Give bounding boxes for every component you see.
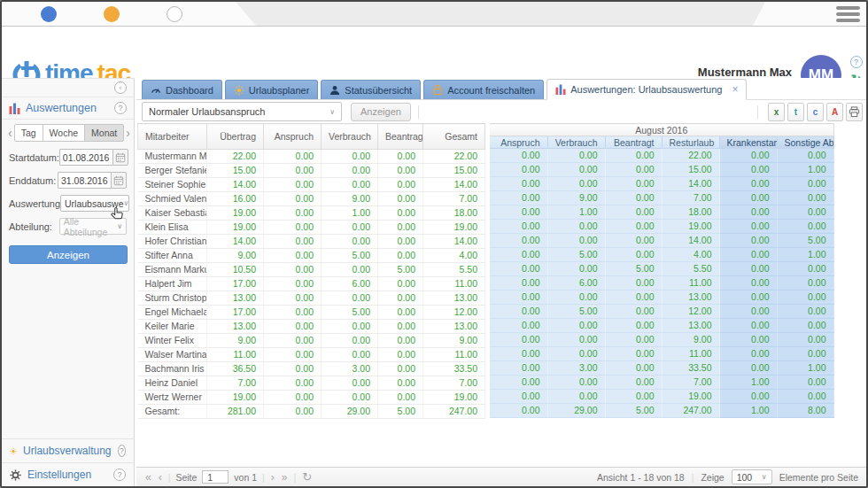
table-row[interactable]: Mustermann Max22.000.000.000.0022.00 — [138, 150, 485, 164]
value-cell: 13.00 — [662, 290, 719, 305]
value-cell: 0.00 — [264, 192, 322, 206]
help-icon[interactable]: ? — [113, 469, 126, 481]
window-dot-blue[interactable] — [41, 6, 57, 22]
export-xls-icon[interactable]: x — [768, 103, 785, 121]
report-type-select[interactable]: Urlaubsauswe ∨ — [60, 195, 129, 212]
column-header[interactable]: Übertrag — [207, 124, 264, 150]
table-row[interactable]: Eismann Markus10.500.000.005.005.50 — [138, 263, 485, 277]
table-row[interactable]: Kaiser Sebastian19.000.001.000.0018.00 — [138, 206, 485, 221]
table-row[interactable]: Wertz Werner19.000.000.000.0019.00 — [138, 391, 485, 405]
table-row[interactable]: 0.000.000.007.001.000.00 — [490, 376, 833, 390]
table-row[interactable]: 0.009.000.007.000.000.00 — [490, 191, 833, 205]
table-row[interactable]: 0.000.000.0014.000.005.00 — [490, 234, 833, 248]
sidebar-item-einstellungen[interactable]: Einstellungen ? — [2, 462, 134, 486]
column-header[interactable]: Mitarbeiter — [138, 124, 207, 150]
export-pdf-icon[interactable]: A — [826, 103, 843, 121]
tab-auswertungen-active[interactable]: Auswertungen: Urlaubsauswertung × — [546, 79, 747, 100]
table-row[interactable]: Hofer Christian14.000.000.000.0014.00 — [138, 235, 485, 249]
help-icon[interactable]: ? — [118, 445, 127, 457]
tab-urlaubsplaner[interactable]: Urlaubsplaner — [225, 80, 318, 99]
window-dot-orange[interactable] — [104, 6, 120, 22]
next-period-button[interactable]: › — [124, 127, 132, 139]
table-row[interactable]: Steiner Sophie14.000.000.000.0014.00 — [138, 178, 485, 192]
table-row[interactable]: Heinz Daniel7.000.000.000.007.00 — [138, 376, 485, 391]
table-row[interactable]: Halpert Jim17.000.006.000.0011.00 — [138, 277, 485, 291]
previous-page-button[interactable]: ‹ — [158, 471, 163, 484]
column-header[interactable]: Sonstige Abw... — [777, 136, 833, 149]
sidebar-item-urlaubsverwaltung[interactable]: Urlaubsverwaltung ? — [2, 438, 134, 462]
table-row[interactable]: 0.003.000.0033.500.001.00 — [490, 361, 833, 376]
value-cell: 0.00 — [719, 205, 777, 220]
table-row[interactable]: 0.000.000.0015.000.001.00 — [490, 163, 833, 177]
column-header[interactable]: Beantragt — [378, 124, 423, 150]
table-row[interactable]: 0.000.000.0019.000.000.00 — [490, 220, 833, 234]
tab-dashboard[interactable]: Dashboard — [142, 80, 222, 99]
column-header[interactable]: Krankenstand — [719, 136, 777, 149]
value-cell: 14.00 — [662, 177, 719, 191]
table-row[interactable]: 0.000.000.009.000.000.00 — [490, 333, 833, 347]
table-row[interactable]: Sturm Christoph...13.000.000.000.0013.00 — [138, 291, 485, 306]
value-cell: 0.00 — [264, 164, 322, 178]
previous-period-button[interactable]: ‹ — [6, 127, 14, 139]
table-row[interactable]: 0.005.000.004.000.001.00 — [490, 248, 833, 262]
table-row[interactable]: 0.000.000.0013.000.000.00 — [490, 319, 833, 333]
table-row[interactable]: Klein Elisa19.000.000.000.0019.00 — [138, 221, 485, 235]
startdate-calendar-icon[interactable] — [112, 149, 128, 166]
print-icon[interactable] — [846, 103, 863, 121]
column-header[interactable]: Resturlaub — [662, 136, 719, 149]
table-row[interactable]: 0.000.000.0011.000.000.00 — [490, 347, 833, 361]
enddate-calendar-icon[interactable] — [111, 172, 127, 189]
sidebar-anzeigen-button[interactable]: Anzeigen — [9, 245, 128, 264]
table-row[interactable]: Engel Michaela17.000.005.000.0012.00 — [138, 306, 485, 320]
window-dot-white[interactable] — [167, 6, 182, 22]
table-row[interactable]: Gesamt:281.000.0029.005.00247.00 — [138, 405, 485, 419]
last-page-button[interactable]: » — [281, 471, 289, 484]
column-header[interactable]: Verbrauch — [547, 136, 605, 149]
panel-help-icon[interactable]: ? — [114, 102, 127, 114]
department-select[interactable]: Alle Abteilunge ∨ — [59, 218, 127, 235]
table-row[interactable]: 0.005.000.0012.000.000.00 — [490, 305, 833, 319]
table-row[interactable]: Keiler Marie13.000.000.000.0013.00 — [138, 320, 485, 334]
enddate-input[interactable] — [58, 172, 111, 189]
startdate-input[interactable] — [59, 149, 112, 166]
table-row[interactable]: Walser Martina11.000.000.000.0011.00 — [138, 348, 485, 362]
table-row[interactable]: 0.000.000.0013.000.000.00 — [490, 290, 833, 305]
refresh-grid-icon[interactable]: ↻ — [301, 470, 313, 484]
tab-account-freischalten[interactable]: Account freischalten — [423, 80, 544, 99]
table-row[interactable]: 0.000.000.0022.000.000.00 — [490, 149, 833, 163]
hamburger-menu-icon[interactable] — [836, 6, 860, 25]
table-row[interactable]: Bachmann Iris36.500.003.000.0033.50 — [138, 362, 485, 376]
period-monat-button[interactable]: Monat — [84, 124, 124, 142]
table-row[interactable]: Stifter Anna9.000.005.000.004.00 — [138, 249, 485, 263]
period-tag-button[interactable]: Tag — [14, 124, 43, 142]
page-number-input[interactable] — [202, 470, 229, 484]
page-size-select[interactable]: 100 ∨ — [732, 469, 772, 484]
value-cell: 14.00 — [423, 235, 485, 249]
export-txt-icon[interactable]: t — [787, 103, 804, 121]
next-page-button[interactable]: › — [270, 471, 275, 484]
help-icon[interactable]: ? — [850, 56, 863, 68]
table-row[interactable]: Schmied Valentin16.000.009.000.007.00 — [138, 192, 485, 206]
first-page-button[interactable]: « — [144, 471, 152, 484]
table-row[interactable]: Berger Stefanie15.000.000.000.0015.00 — [138, 164, 485, 178]
table-row[interactable]: 0.006.000.0011.000.000.00 — [490, 276, 833, 290]
column-header[interactable]: Anspruch — [264, 124, 322, 150]
collapse-panel-icon[interactable]: ‹ — [114, 81, 127, 94]
table-row[interactable]: 0.0029.005.00247.001.008.00 — [490, 404, 833, 418]
column-header[interactable]: Verbrauch — [322, 124, 378, 150]
vacation-type-select[interactable]: Normaler Urlaubsanspruch ∨ — [142, 102, 342, 121]
period-woche-button[interactable]: Woche — [43, 124, 86, 142]
column-header[interactable]: Beantragt — [605, 136, 662, 149]
table-row[interactable]: Winter Felix9.000.000.000.009.00 — [138, 334, 485, 348]
table-row[interactable]: 0.000.000.0014.000.000.00 — [490, 177, 833, 191]
table-row[interactable]: 0.001.000.0018.000.000.00 — [490, 205, 833, 220]
column-header[interactable]: Gesamt — [423, 124, 485, 150]
tab-statusuebersicht[interactable]: Statusübersicht — [321, 80, 421, 99]
close-tab-icon[interactable]: × — [732, 85, 738, 94]
chevron-down-icon: ∨ — [762, 473, 767, 481]
table-row[interactable]: 0.000.000.0019.000.000.00 — [490, 390, 833, 404]
column-header[interactable]: Anspruch — [490, 136, 547, 149]
export-csv-icon[interactable]: c — [807, 103, 824, 121]
table-row[interactable]: 0.000.005.005.500.000.00 — [490, 262, 833, 276]
toolbar-anzeigen-button[interactable]: Anzeigen — [351, 103, 411, 121]
